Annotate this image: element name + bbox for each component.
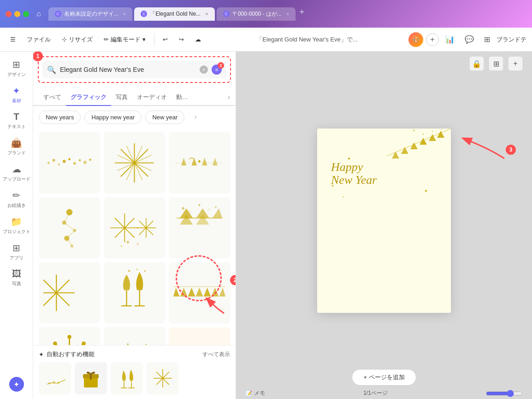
chart-icon: 📊 <box>445 35 455 43</box>
add-page-container: + ページを追加 <box>245 369 523 386</box>
chip-more[interactable]: › <box>188 111 203 124</box>
memo-button[interactable]: 📝 メモ <box>245 389 265 397</box>
sidebar-item-magic[interactable]: ✦ <box>0 373 33 395</box>
svg-line-53 <box>139 228 146 235</box>
auto-item-3[interactable] <box>111 362 143 394</box>
home-icon[interactable]: ⌂ <box>36 10 41 18</box>
tab-all[interactable]: すべて <box>39 89 66 106</box>
svg-line-89 <box>69 343 83 345</box>
filter-badge[interactable]: ≡ 2 <box>212 65 222 75</box>
zoom-slider[interactable] <box>486 390 523 397</box>
filter-icon: ≡ <box>215 67 218 72</box>
svg-line-68 <box>56 293 69 305</box>
svg-point-30 <box>198 160 201 163</box>
asset-item-1[interactable] <box>39 132 100 194</box>
auto-item-1[interactable] <box>39 362 71 394</box>
tabs-scroll-arrow[interactable]: › <box>228 93 230 101</box>
greeting-card[interactable]: Happy New Year ✦ ✦ ✦ * <box>317 129 451 313</box>
tab-video[interactable]: 動… <box>171 89 193 106</box>
browser-tab-3[interactable]: C 〒000-0000 - はが... × <box>217 7 296 21</box>
chip-happy-new-year[interactable]: Happy new year <box>84 111 142 124</box>
tab-close-2[interactable]: × <box>205 11 208 17</box>
asset-item-2[interactable] <box>104 132 165 194</box>
chart-button[interactable]: 📊 <box>442 32 458 47</box>
card-happy-line2: New Year <box>331 174 377 187</box>
sidebar-item-design[interactable]: ⊞ デザイン <box>0 55 33 82</box>
tab-audio[interactable]: オーディオ <box>132 89 171 106</box>
svg-line-70 <box>43 293 56 305</box>
new-tab-button[interactable]: + <box>299 7 304 21</box>
asset-item-5[interactable] <box>104 197 165 258</box>
undo-button[interactable]: ↩ <box>158 33 172 46</box>
browser-tab-2[interactable]: C 「Elegant Gold Ne... × <box>134 7 215 21</box>
svg-marker-26 <box>181 158 186 165</box>
sidebar-item-photos[interactable]: 🖼 写真 <box>0 265 33 291</box>
menu-button[interactable]: ☰ <box>6 33 20 46</box>
asset-item-12[interactable] <box>169 327 230 345</box>
sidebar-item-brand[interactable]: 👜 ブランド <box>0 134 33 160</box>
svg-line-37 <box>64 223 75 230</box>
auto-item-2[interactable] <box>75 362 107 394</box>
edit-mode-button[interactable]: ✏ 編集モード ▾ <box>99 33 150 47</box>
text-icon: T <box>13 111 19 122</box>
asset-item-3[interactable] <box>169 132 230 194</box>
add-page-button[interactable]: + ページを追加 <box>352 369 416 386</box>
tab-graphics[interactable]: グラフィック <box>66 89 111 106</box>
asset-item-7[interactable] <box>39 262 100 323</box>
clear-search-button[interactable]: × <box>200 65 208 74</box>
cloud-button[interactable]: ☁ <box>190 33 206 46</box>
brand-icon: 👜 <box>11 137 22 148</box>
show-all-button[interactable]: すべて表示 <box>202 351 230 358</box>
add-collaborator-button[interactable]: + <box>426 33 439 46</box>
svg-point-7 <box>83 161 87 164</box>
svg-point-1 <box>53 159 55 162</box>
sidebar-item-draw[interactable]: ✏ お絵描き <box>0 186 33 212</box>
sidebar-item-projects[interactable]: 📁 プロジェクト <box>0 212 33 239</box>
sidebar-item-upload[interactable]: ☁ アップロード <box>0 160 33 186</box>
layout-button[interactable]: ⊞ <box>480 32 494 47</box>
maximize-button[interactable] <box>23 11 29 17</box>
chip-new-year[interactable]: New year <box>145 111 184 124</box>
lock-icon-button[interactable]: 🔒 <box>469 56 484 71</box>
tab-close-1[interactable]: × <box>123 11 126 17</box>
svg-point-57 <box>136 243 138 245</box>
auto-item-4[interactable] <box>147 362 179 394</box>
hamburger-icon: ☰ <box>10 36 16 43</box>
sidebar-item-apps[interactable]: ⊞ アプリ <box>0 239 33 265</box>
auto-recommend-header: ✦ 自動おすすめ機能 すべて表示 <box>39 350 230 358</box>
tab-close-3[interactable]: × <box>286 11 289 17</box>
asset-item-8[interactable] <box>104 262 165 323</box>
asset-item-9[interactable] <box>169 262 230 323</box>
asset-grid <box>33 129 236 345</box>
comment-button[interactable]: 💬 <box>461 32 478 47</box>
asset-item-11[interactable] <box>104 327 165 345</box>
minimize-button[interactable] <box>14 11 20 17</box>
sidebar-item-assets[interactable]: ✦ 素材 <box>0 82 33 108</box>
asset-item-4[interactable] <box>39 197 100 258</box>
svg-marker-151 <box>420 138 427 145</box>
magic-icon: ✦ <box>9 377 24 392</box>
svg-marker-27 <box>192 158 197 165</box>
sidebar-item-text[interactable]: T テキスト <box>0 108 33 134</box>
tab-photos[interactable]: 写真 <box>111 89 132 106</box>
search-input[interactable] <box>60 66 196 73</box>
close-button[interactable] <box>6 11 12 17</box>
svg-line-72 <box>43 280 56 293</box>
file-button[interactable]: ファイル <box>22 33 55 47</box>
comment-icon: 💬 <box>465 35 474 43</box>
svg-point-56 <box>127 241 130 244</box>
svg-line-18 <box>134 155 151 163</box>
asset-item-6[interactable] <box>169 197 230 258</box>
chip-new-years[interactable]: New years <box>39 111 81 124</box>
user-avatar[interactable]: 🎨 <box>408 32 423 47</box>
svg-line-19 <box>134 163 151 170</box>
asset-item-10[interactable] <box>39 327 100 345</box>
browser-tab-1[interactable]: C 名称未設定のデザイ... × <box>48 7 132 21</box>
duplicate-icon-button[interactable]: ⊞ <box>489 56 503 71</box>
resize-button[interactable]: ⊹ リサイズ <box>57 33 97 47</box>
svg-marker-83 <box>196 288 203 296</box>
add-element-button[interactable]: + <box>508 56 523 71</box>
redo-button[interactable]: ↪ <box>174 33 189 46</box>
svg-point-96 <box>67 335 71 339</box>
svg-line-17 <box>134 146 142 163</box>
